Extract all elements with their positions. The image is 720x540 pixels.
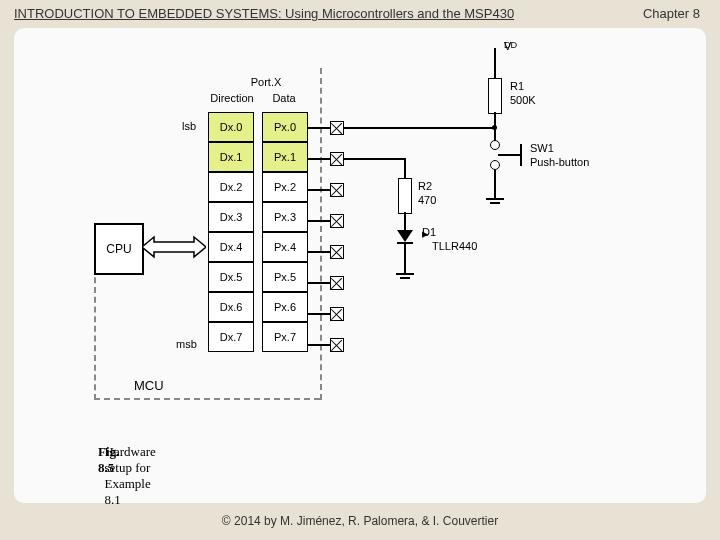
pin-7 <box>330 338 344 352</box>
col-direction: Direction <box>202 92 262 104</box>
copyright: © 2014 by M. Jiménez, R. Palomera, & I. … <box>0 514 720 528</box>
wire-px0 <box>344 127 494 129</box>
data-4: Px.4 <box>262 232 308 262</box>
data-col: Px.0 Px.1 Px.2 Px.3 Px.4 Px.5 Px.6 Px.7 <box>262 112 308 352</box>
pin-6 <box>330 307 344 321</box>
pin-1 <box>330 152 344 166</box>
pin-4 <box>330 245 344 259</box>
stub-2 <box>308 189 330 191</box>
sw-contact-top <box>490 140 500 150</box>
svg-marker-0 <box>142 237 206 257</box>
wire-r1-bot <box>494 112 496 128</box>
mcu-label: MCU <box>134 378 164 393</box>
r1-resistor <box>488 78 502 114</box>
stub-0 <box>308 127 330 129</box>
led-d1 <box>397 230 413 242</box>
slide-content: CPU Port.X Direction Data lsb msb MCU Dx… <box>14 28 706 503</box>
sw-actuator-h <box>498 154 520 156</box>
dir-0: Dx.0 <box>208 112 254 142</box>
page-title: INTRODUCTION TO EMBEDDED SYSTEMS: Using … <box>14 6 514 21</box>
wire-sw-bot <box>494 170 496 198</box>
lsb-label: lsb <box>182 120 196 132</box>
data-5: Px.5 <box>262 262 308 292</box>
gnd-led <box>396 273 414 283</box>
r1-label: R1 <box>510 80 524 92</box>
wire-vdd <box>494 48 496 78</box>
cpu-block: CPU <box>94 223 144 275</box>
dir-6: Dx.6 <box>208 292 254 322</box>
stub-3 <box>308 220 330 222</box>
sw-contact-bot <box>490 160 500 170</box>
dir-3: Dx.3 <box>208 202 254 232</box>
wire-sw-top <box>494 127 496 141</box>
dir-col: Dx.0 Dx.1 Dx.2 Dx.3 Dx.4 Dx.5 Dx.6 Dx.7 <box>208 112 254 352</box>
r1-value: 500K <box>510 94 536 106</box>
dir-7: Dx.7 <box>208 322 254 352</box>
chapter-label: Chapter 8 <box>643 6 700 21</box>
figure-diagram: CPU Port.X Direction Data lsb msb MCU Dx… <box>94 68 634 468</box>
r2-value: 470 <box>418 194 436 206</box>
data-6: Px.6 <box>262 292 308 322</box>
pin-5 <box>330 276 344 290</box>
wire-d1-bot <box>404 243 406 273</box>
data-1: Px.1 <box>262 142 308 172</box>
pin-2 <box>330 183 344 197</box>
wire-px1 <box>344 158 404 160</box>
dir-4: Dx.4 <box>208 232 254 262</box>
sw1-label: SW1 <box>530 142 554 154</box>
wire-px1-v <box>404 158 406 178</box>
stub-5 <box>308 282 330 284</box>
port-header: Port.X <box>236 76 296 88</box>
stub-4 <box>308 251 330 253</box>
dir-5: Dx.5 <box>208 262 254 292</box>
data-2: Px.2 <box>262 172 308 202</box>
data-0: Px.0 <box>262 112 308 142</box>
sw-actuator-v <box>520 144 522 166</box>
stub-6 <box>308 313 330 315</box>
mcu-boundary-right <box>320 68 322 400</box>
figure-caption: Fig. 8.5 Hardware setup for Example 8.1 <box>98 444 105 460</box>
cpu-bus-arrow <box>142 233 206 261</box>
r2-resistor <box>398 178 412 214</box>
pin-0 <box>330 121 344 135</box>
stub-7 <box>308 344 330 346</box>
sw1-desc: Push-button <box>530 156 589 168</box>
data-3: Px.3 <box>262 202 308 232</box>
pin-3 <box>330 214 344 228</box>
gnd-sw <box>486 198 504 208</box>
msb-label: msb <box>176 338 197 350</box>
data-7: Px.7 <box>262 322 308 352</box>
wire-r2-bot <box>404 212 406 230</box>
col-data: Data <box>262 92 306 104</box>
stub-1 <box>308 158 330 160</box>
r2-label: R2 <box>418 180 432 192</box>
dir-2: Dx.2 <box>208 172 254 202</box>
mcu-boundary-bottom <box>94 398 320 400</box>
dir-1: Dx.1 <box>208 142 254 172</box>
d1-part: TLLR440 <box>432 240 477 252</box>
